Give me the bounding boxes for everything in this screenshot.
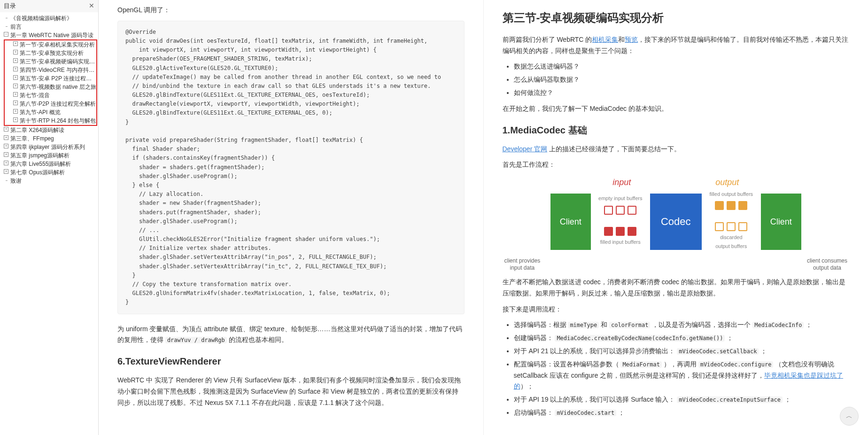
tree-toggle-icon[interactable]: +	[4, 127, 8, 132]
pre-basic-paragraph: 在开始之前，我们先了解一下 MediaCodec 的基本知识。	[503, 103, 850, 115]
toc-item[interactable]: +第二节-安卓预览实现分析	[5, 49, 96, 57]
workflow-intro: 首先是工作流程：	[503, 159, 850, 171]
tree-toggle-icon[interactable]: +	[13, 75, 18, 80]
tree-toggle-icon[interactable]: +	[13, 50, 18, 54]
link-camera-capture[interactable]: 相机采集	[592, 36, 618, 43]
diagram-client-left: Client	[550, 194, 591, 250]
toc-item[interactable]: +第七节-混音	[5, 91, 96, 100]
toc-item[interactable]: +第八节-P2P 连接过程完全解析	[5, 100, 96, 108]
toc-item[interactable]: +第六节-视频数据 native 层之旅	[5, 83, 96, 91]
toc-item[interactable]: 致谢	[2, 177, 98, 185]
list-item: 对于 API 21 以上的系统，我们可以选择异步消费输出： mVideoCode…	[514, 346, 850, 357]
list-item: 配置编码器：设置各种编码器参数（ MediaFormat ），再调用 mVide…	[514, 359, 850, 392]
code-block-drawoes: @Override public void drawOes(int oesTex…	[117, 21, 465, 314]
toc-tree: 《音视频精编源码解析》前言−第一章 WebRTC Native 源码导读+第一节…	[0, 12, 98, 187]
tree-toggle-icon[interactable]: +	[13, 84, 18, 88]
toc-item[interactable]: +第九节-API 概览	[5, 108, 96, 117]
tree-toggle-icon[interactable]: +	[13, 67, 18, 71]
left-column: OpenGL 调用了： @Override public void drawOe…	[99, 0, 483, 435]
chevron-up-icon: ︿	[846, 412, 852, 420]
intro-paragraph: 前两篇我们分析了 WebRTC 的相机采集和预览，接下来的环节就是编码和传输了。…	[503, 34, 850, 57]
questions-list: 数据怎么送进编码器？ 怎么从编码器取数据？ 如何做流控？	[514, 61, 850, 98]
inline-code-drawyuv: drawYuv / drawRgb	[165, 337, 227, 343]
developer-desc: Developer 官网 上的描述已经很清楚了，下面简要总结一下。	[503, 144, 850, 155]
tree-toggle-icon[interactable]: −	[4, 32, 8, 37]
flow-intro: 接下来是调用流程：	[503, 304, 850, 315]
tree-toggle-icon[interactable]: +	[13, 58, 18, 63]
tree-toggle-icon[interactable]: +	[13, 41, 18, 46]
toc-header: 目录 ✕	[0, 0, 98, 12]
right-column: 第三节-安卓视频硬编码实现分析 前两篇我们分析了 WebRTC 的相机采集和预览…	[483, 0, 868, 435]
toc-item[interactable]: +第一节-安卓相机采集实现分析	[5, 40, 96, 49]
toc-item[interactable]: +第二章 X264源码解读	[2, 126, 98, 134]
tree-toggle-icon[interactable]: +	[4, 169, 8, 174]
list-item: 选择编码器：根据 mimeType 和 colorFormat ，以及是否为编码…	[514, 319, 850, 331]
diagram-caption-consumes: client consumes output data	[807, 257, 847, 272]
diagram-client-right: Client	[761, 194, 801, 250]
tree-toggle-icon[interactable]: +	[13, 109, 18, 114]
toc-item[interactable]: 前言	[2, 23, 98, 31]
mediacodec-diagram: input output Client empty input buffers …	[503, 175, 850, 272]
toc-item[interactable]: 《音视频精编源码解析》	[2, 14, 98, 23]
opengl-intro: OpenGL 调用了：	[117, 5, 465, 16]
toc-sidebar: 目录 ✕ 《音视频精编源码解析》前言−第一章 WebRTC Native 源码导…	[0, 0, 99, 435]
list-item: 创建编码器： MediaCodec.createByCodecName(code…	[514, 333, 850, 344]
list-item: 启动编码器： mVideoCodec.start ；	[514, 407, 850, 419]
toc-item[interactable]: +第四节-VideoCRE 与内存抖动优化	[5, 66, 96, 74]
toc-item[interactable]: +第四章 ijkplayer 源码分析系列	[2, 143, 98, 151]
content-area: OpenGL 调用了： @Override public void drawOe…	[99, 0, 868, 435]
diagram-codec: Codec	[650, 194, 702, 250]
tree-toggle-icon[interactable]: +	[13, 101, 18, 105]
scroll-top-button[interactable]: ︿	[840, 407, 859, 426]
toc-item[interactable]: +第三章、FFmpeg	[2, 134, 98, 143]
list-item: 对于 API 19 以上的系统，我们可以选择 Surface 输入： mVide…	[514, 394, 850, 405]
toc-item[interactable]: +第五章 jsmpeg源码解析	[2, 151, 98, 160]
toc-item[interactable]: +第三节-安卓视频硬编码实现分析	[5, 57, 96, 66]
close-icon[interactable]: ✕	[89, 2, 94, 10]
toc-title: 目录	[4, 2, 16, 10]
diagram-input-label: input	[612, 175, 631, 190]
tree-toggle-icon[interactable]: +	[13, 92, 18, 97]
link-preview[interactable]: 预览	[625, 36, 638, 43]
tree-toggle-icon[interactable]: +	[4, 144, 8, 148]
section3-title: 第三节-安卓视频硬编码实现分析	[503, 8, 850, 28]
tree-toggle-icon[interactable]: +	[4, 152, 8, 157]
diagram-input-buffers: empty input buffers filled input buffers	[591, 192, 650, 251]
link-developer[interactable]: Developer 官网	[503, 145, 548, 153]
tree-toggle-icon[interactable]: +	[4, 161, 8, 165]
mediacodec-heading: 1.MediaCodec 基础	[503, 122, 850, 138]
list-item: 数据怎么送进编码器？	[514, 61, 850, 72]
steps-list: 选择编码器：根据 mimeType 和 colorFormat ，以及是否为编码…	[514, 319, 850, 418]
textureviewrenderer-heading: 6.TextureViewRenderer	[117, 353, 465, 369]
list-item: 怎么从编码器取数据？	[514, 74, 850, 85]
list-item: 如何做流控？	[514, 87, 850, 99]
toc-item[interactable]: +第十节-RTP H.264 封包与解包	[5, 117, 96, 125]
tree-toggle-icon[interactable]: +	[4, 135, 8, 140]
uniform-paragraph: 为 uniform 变量赋值、为顶点 attribute 赋值、绑定 textu…	[117, 324, 465, 346]
toc-item[interactable]: +第六章 Live555源码解析	[2, 160, 98, 168]
toc-item[interactable]: +第五节-安卓 P2P 连接过程和 DataCha	[5, 74, 96, 83]
toc-item[interactable]: +第七章 Opus源码解析	[2, 168, 98, 177]
textureviewrenderer-paragraph: WebRTC 中 实现了 Renderer 的 View 只有 SurfaceV…	[117, 375, 465, 408]
tree-toggle-icon[interactable]: +	[13, 117, 18, 122]
diagram-caption-provides: client provides input data	[504, 257, 541, 272]
diagram-output-buffers: filled output buffers discarded output b…	[702, 188, 761, 256]
producer-paragraph: 生产者不断把输入数据送进 codec，消费者则不断消费 codec 的输出数据。…	[503, 277, 850, 299]
highlighted-chapter-box: +第一节-安卓相机采集实现分析+第二节-安卓预览实现分析+第三节-安卓视频硬编码…	[4, 39, 97, 126]
toc-item[interactable]: −第一章 WebRTC Native 源码导读	[2, 31, 98, 39]
